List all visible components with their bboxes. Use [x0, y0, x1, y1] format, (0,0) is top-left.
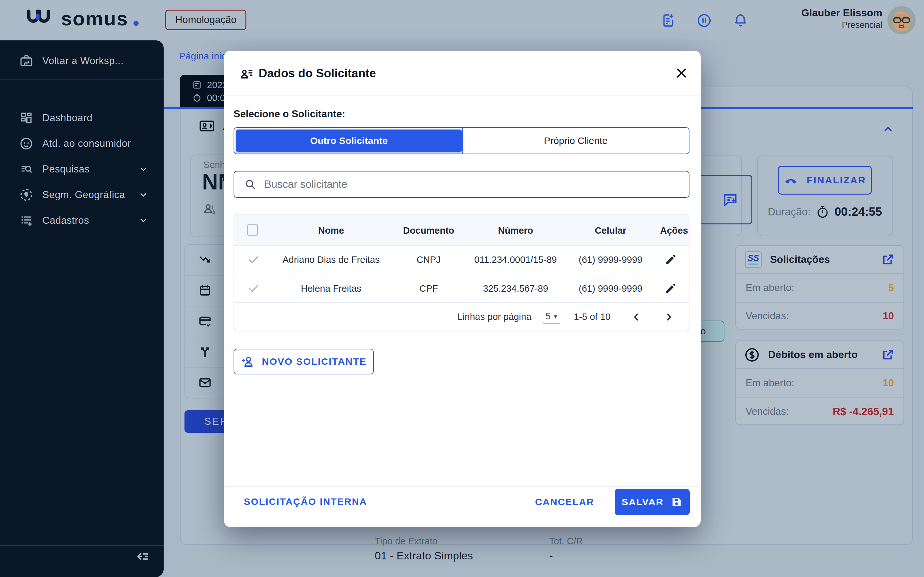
- topbar: somus Homologação Glauber Elissom Presen…: [0, 0, 924, 40]
- debitos-panel-header: Débitos em aberto: [736, 341, 903, 369]
- toggle-outro-solicitante[interactable]: Outro Solicitante: [236, 129, 462, 152]
- ss-logo-icon: SS: [745, 251, 762, 268]
- sidebar-item-label: Segm. Geográfica: [42, 189, 125, 201]
- contact-phone-icon: [199, 118, 215, 134]
- select-solicitante-label: Selecione o Solicitante:: [234, 108, 345, 120]
- check-icon[interactable]: [248, 283, 259, 294]
- briefcase-swap-icon: [19, 54, 33, 68]
- duration-value: 00:24:55: [835, 205, 882, 219]
- ss-logo-text: SS: [748, 254, 759, 263]
- sidebar-item-label: Pesquisas: [42, 163, 90, 175]
- sidebar-item-dashboard[interactable]: Dashboard: [0, 105, 164, 131]
- solicitacoes-panel-header: SS Solicitações: [736, 246, 903, 274]
- solicitacoes-panel-title: Solicitações: [770, 253, 830, 266]
- tot-cr-value: -: [549, 550, 553, 562]
- row-value: 10: [883, 310, 894, 322]
- open-in-new-icon[interactable]: [881, 348, 895, 362]
- search-placeholder: Buscar solicitante: [264, 178, 347, 190]
- chevron-down-icon: [139, 190, 148, 200]
- column-header-nome: Nome: [318, 226, 344, 236]
- sidebar-item-pesquisas[interactable]: Pesquisas: [0, 156, 164, 182]
- check-icon[interactable]: [248, 254, 259, 266]
- tipo-extrato-value: 01 - Extrato Simples: [375, 550, 473, 562]
- sidebar-item-label: Cadastros: [42, 215, 89, 226]
- pagination-bar: Linhas por página 5 ▾ 1-5 of 10: [234, 302, 689, 332]
- collapse-sidebar-icon[interactable]: [135, 549, 150, 564]
- solicitacoes-vencidas-row: Vencidas: 10: [736, 302, 903, 330]
- chevron-right-icon[interactable]: [663, 311, 675, 323]
- call-end-icon: [783, 173, 798, 187]
- row-value: 5: [888, 282, 894, 293]
- row-label: Vencidas:: [746, 406, 788, 417]
- sidebar-item-back-workspace[interactable]: Voltar a Worksp...: [0, 48, 164, 74]
- table-row[interactable]: Adriano Dias de Freitas CNPJ 011.234.000…: [234, 245, 689, 274]
- rows-per-page-select[interactable]: 5 ▾: [543, 309, 559, 324]
- finalizar-button-label: FINALIZAR: [806, 175, 866, 185]
- environment-badge: Homologação: [165, 10, 246, 30]
- solicitacao-interna-button[interactable]: SOLICITAÇÃO INTERNA: [244, 496, 367, 507]
- search-solicitante-input[interactable]: Buscar solicitante: [234, 171, 690, 198]
- novo-solicitante-button[interactable]: NOVO SOLICITANTE: [234, 349, 374, 374]
- table-row[interactable]: Helena Freitas CPF 325.234.567-89 (61) 9…: [234, 274, 689, 303]
- tot-cr-label: Tot. C/R: [549, 536, 583, 546]
- finalizar-button[interactable]: FINALIZAR: [778, 166, 872, 195]
- status-chip-text: o: [700, 326, 706, 337]
- sidebar-item-segm-geografica[interactable]: Segm. Geográfica: [0, 182, 164, 208]
- person-add-icon: [241, 355, 254, 368]
- people-group-icon: [203, 202, 217, 216]
- debitos-em-aberto-row: Em aberto: 10: [736, 369, 903, 397]
- sidebar-item-atd-consumidor[interactable]: Atd. ao consumidor: [0, 131, 164, 156]
- open-in-new-icon[interactable]: [881, 253, 895, 266]
- chevron-down-icon: [139, 164, 148, 174]
- brand-logo: somus: [25, 7, 139, 30]
- column-header-numero: Número: [498, 226, 533, 236]
- select-all-checkbox[interactable]: [247, 224, 258, 235]
- close-button[interactable]: [673, 65, 690, 81]
- environment-badge-label: Homologação: [175, 14, 236, 26]
- cancelar-button[interactable]: CANCELAR: [535, 496, 594, 508]
- solicitacoes-panel: SS Solicitações Em aberto: 5 Vencidas: 1…: [735, 245, 904, 330]
- list-add-icon: [19, 213, 33, 227]
- row-label: Em aberto:: [746, 377, 795, 389]
- avatar-photo: [887, 6, 916, 34]
- edit-pencil-icon[interactable]: [665, 282, 677, 294]
- pause-circle-icon[interactable]: [697, 13, 712, 28]
- tipo-extrato-label: Tipo de Extrato: [375, 536, 438, 546]
- user-name: Glauber Elissom: [801, 6, 882, 20]
- geo-location-icon: [19, 188, 33, 202]
- solicitantes-table: Nome Documento Número Celular Ações Adri…: [234, 214, 690, 332]
- cell-numero: 325.234.567-89: [483, 284, 548, 294]
- cell-celular: (61) 9999-9999: [579, 255, 642, 265]
- chat-add-icon: [722, 191, 738, 208]
- novo-solicitante-label: NOVO SOLICITANTE: [262, 356, 367, 367]
- somus-logo-icon: [25, 8, 56, 29]
- timer-icon: [192, 93, 202, 103]
- support-face-icon: [19, 137, 33, 151]
- notifications-bell-icon[interactable]: [733, 13, 748, 28]
- table-header: Nome Documento Número Celular Ações: [234, 214, 689, 245]
- cell-documento: CPF: [419, 284, 438, 294]
- edit-pencil-icon[interactable]: [665, 253, 677, 266]
- sidebar-divider: [0, 545, 164, 546]
- row-value: R$ -4.265,91: [833, 406, 894, 418]
- sidebar-item-cadastros[interactable]: Cadastros: [0, 208, 164, 234]
- breadcrumb[interactable]: Página inic: [179, 51, 226, 61]
- column-header-documento: Documento: [403, 226, 454, 236]
- sidebar-item-label: Atd. ao consumidor: [42, 138, 131, 149]
- chevron-up-icon[interactable]: [882, 123, 894, 135]
- cell-nome: Adriano Dias de Freitas: [282, 255, 380, 265]
- modal-header-divider: [224, 95, 701, 95]
- close-icon: [675, 67, 688, 79]
- toggle-proprio-cliente[interactable]: Próprio Cliente: [462, 128, 689, 153]
- rows-per-page-value: 5: [545, 311, 551, 322]
- toggle-label: Próprio Cliente: [544, 135, 607, 146]
- chevron-left-icon[interactable]: [630, 311, 642, 323]
- search-list-icon: [19, 162, 33, 176]
- salvar-button[interactable]: SALVAR: [615, 489, 690, 515]
- person-list-icon: [240, 67, 254, 81]
- cell-numero: 011.234.0001/15-89: [474, 255, 557, 265]
- user-block[interactable]: Glauber Elissom Presencial: [801, 6, 882, 30]
- note-add-icon[interactable]: [661, 13, 676, 28]
- rows-per-page-label: Linhas por página: [457, 311, 531, 322]
- avatar[interactable]: [887, 6, 916, 34]
